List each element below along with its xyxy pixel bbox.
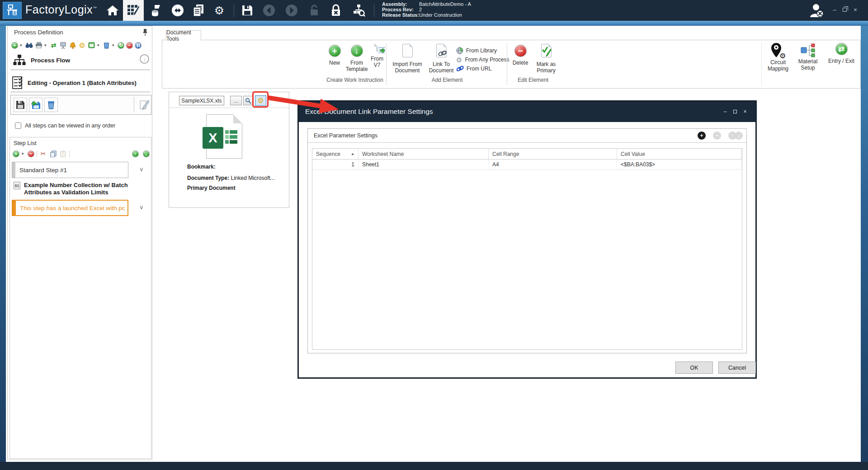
column-header-cell-value[interactable]: Cell Value <box>617 149 742 159</box>
window-frame-right[interactable] <box>861 26 868 462</box>
entry-exit-button[interactable]: ⇄ Entry / Exit <box>823 43 859 64</box>
production-icon[interactable] <box>148 4 164 17</box>
back-icon[interactable] <box>261 4 277 17</box>
new-document-button[interactable]: + New <box>325 45 344 66</box>
expand-down-icon[interactable]: ↓ <box>140 54 149 64</box>
save-as-icon[interactable] <box>29 98 42 112</box>
caret-down-icon[interactable]: ▾ <box>44 43 48 47</box>
shuffle-steps-icon[interactable]: ⇄ <box>50 42 57 49</box>
settings-gear-icon[interactable]: ⚙ <box>212 4 227 17</box>
process-flow-row[interactable]: Process Flow <box>13 54 70 66</box>
paste-icon[interactable] <box>59 150 67 158</box>
move-down-icon[interactable]: ↓ <box>735 132 743 140</box>
app-window-icon[interactable] <box>88 42 95 49</box>
annotation-arrow <box>266 90 340 115</box>
cancel-button[interactable]: Cancel <box>718 362 756 374</box>
step-list-item[interactable]: 01 Example Number Collection w/ Batch At… <box>14 182 147 196</box>
cut-icon[interactable]: ✂ <box>39 150 47 158</box>
gear-gold-icon[interactable]: ⚙ <box>78 42 86 49</box>
dialog-title-bar[interactable]: Excel Document Link Parameter Settings –… <box>299 102 755 122</box>
document-filename-input[interactable] <box>179 96 224 105</box>
add-parameter-icon[interactable]: + <box>698 132 706 140</box>
sync-icon[interactable] <box>170 4 185 17</box>
bell-icon[interactable] <box>69 42 76 49</box>
remove-step-icon[interactable]: − <box>28 150 34 157</box>
window-frame-left <box>0 26 6 462</box>
caret-down-icon[interactable]: ▾ <box>112 43 116 47</box>
import-from-document-button[interactable]: Import From Document <box>388 44 426 74</box>
window-minimize-button[interactable]: – <box>831 7 838 13</box>
add-icon[interactable]: + <box>11 42 18 49</box>
editing-operation-label: Editing - Operation 1 (Batch Attributes) <box>28 80 137 86</box>
save-icon[interactable] <box>240 4 255 17</box>
link-to-document-button[interactable]: Link To Document <box>426 44 456 74</box>
panel-title: Excel Parameter Settings <box>314 132 377 139</box>
preview-magnifier-icon[interactable] <box>243 96 253 105</box>
copy-icon[interactable] <box>49 150 57 158</box>
save-operation-icon[interactable] <box>14 98 27 112</box>
from-template-button[interactable]: ↓ From Template <box>344 45 369 72</box>
unlock-icon[interactable] <box>307 4 322 17</box>
app-title: FactoryLogix™ <box>25 3 97 16</box>
column-header-worksheet-name[interactable]: Worksheet Name <box>359 149 489 159</box>
caret-down-icon[interactable]: ▾ <box>22 151 25 156</box>
move-step-down-icon[interactable]: ↓ <box>143 150 150 157</box>
from-any-process-button[interactable]: ⚙ From Any Process <box>456 55 509 64</box>
dialog-maximize-icon[interactable] <box>732 108 738 115</box>
chevron-down-icon[interactable]: ∨ <box>139 166 144 173</box>
circuit-mapping-button[interactable]: ⚙ Circuit Mapping <box>764 42 793 72</box>
remove-icon[interactable]: − <box>126 42 133 49</box>
archive-icon[interactable] <box>103 42 110 49</box>
dialog-minimize-icon[interactable]: – <box>722 108 728 115</box>
toolbar-separator <box>374 4 374 17</box>
lock-x-icon[interactable] <box>328 4 344 17</box>
step-list-panel: Step List + ▾ − ✂ ↑ ↓ Standard Step # <box>9 137 151 459</box>
table-row[interactable]: 1 Sheet1 A4 <$BA:BA03$> <box>312 160 742 170</box>
toolbar-divider <box>134 97 134 113</box>
document-type-row: Document Type: Linked Microsoft... <box>187 175 275 181</box>
delete-element-button[interactable]: − Delete <box>509 45 531 66</box>
column-header-sequence[interactable]: Sequence▲ <box>312 149 359 159</box>
browse-button[interactable]: ... <box>230 96 242 105</box>
home-icon[interactable] <box>105 4 120 17</box>
any-order-label: All steps can be viewed in any order <box>25 122 115 129</box>
ok-button[interactable]: OK <box>675 362 713 374</box>
user-account-icon[interactable] <box>808 3 826 20</box>
process-search-icon[interactable] <box>351 4 366 17</box>
binoculars-icon[interactable] <box>25 42 33 49</box>
from-library-button[interactable]: From Library <box>456 46 497 55</box>
caret-down-icon[interactable]: ▾ <box>20 43 24 47</box>
dialog-close-icon[interactable]: × <box>742 108 748 115</box>
tab-document-tools[interactable]: Document Tools <box>166 30 201 40</box>
refresh-icon[interactable]: ↻ <box>118 42 124 49</box>
pin-icon[interactable] <box>142 28 148 38</box>
step-list-item[interactable]: Standard Step #1 <box>12 162 128 178</box>
excel-sheet-bars <box>225 130 237 144</box>
group-label-edit-element: Edit Element <box>506 77 560 83</box>
remove-parameter-icon[interactable]: − <box>713 132 721 140</box>
edit-notes-icon[interactable] <box>137 98 151 112</box>
print-icon[interactable] <box>35 42 42 49</box>
process-definition-nav-icon[interactable] <box>123 0 144 21</box>
presentation-icon[interactable] <box>59 42 67 49</box>
accent-strip <box>0 21 868 26</box>
editing-operation-row: Editing - Operation 1 (Batch Attributes) <box>12 76 137 89</box>
from-v7-button[interactable]: From V7 <box>368 44 386 68</box>
table-header-row: Sequence▲ Worksheet Name Cell Range Cell… <box>312 149 742 160</box>
any-order-checkbox[interactable] <box>15 122 21 129</box>
chevron-down-icon[interactable]: ∨ <box>139 204 144 211</box>
material-setup-button[interactable]: Material Setup <box>794 43 821 71</box>
step-list-item-warning[interactable]: This step has a launched Excel with pc <box>12 200 128 216</box>
move-step-up-icon[interactable]: ↑ <box>132 150 139 157</box>
caret-down-icon[interactable]: ▾ <box>97 43 101 47</box>
add-step-icon[interactable]: + <box>13 150 19 157</box>
column-header-cell-range[interactable]: Cell Range <box>489 149 617 159</box>
from-url-button[interactable]: From URL <box>456 64 491 73</box>
forward-icon[interactable] <box>284 4 299 17</box>
window-close-button[interactable]: × <box>852 7 859 13</box>
pause-icon[interactable] <box>135 42 142 49</box>
delete-operation-icon[interactable] <box>44 98 58 112</box>
reports-icon[interactable] <box>191 4 206 17</box>
window-restore-button[interactable] <box>841 7 848 13</box>
mark-as-primary-button[interactable]: Mark as Primary <box>532 44 560 74</box>
